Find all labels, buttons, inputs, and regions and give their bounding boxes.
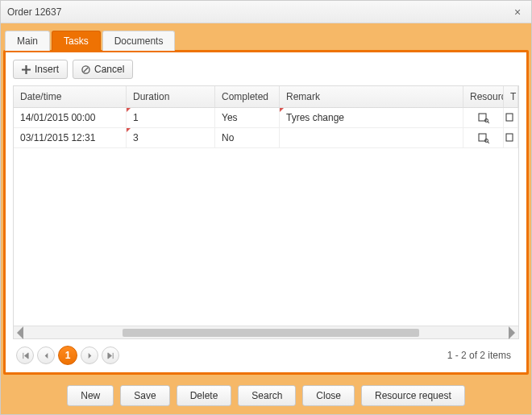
pager-info: 1 - 2 of 2 items (447, 350, 516, 361)
cell-datetime[interactable]: 03/11/2015 12:31 (14, 128, 127, 147)
svg-line-1 (84, 67, 89, 72)
pager-prev-button[interactable] (37, 347, 55, 364)
cell-duration[interactable]: 3 (127, 128, 215, 147)
col-duration[interactable]: Duration (127, 86, 215, 107)
insert-button-label: Insert (35, 64, 59, 75)
resources-lookup-icon[interactable] (477, 132, 490, 143)
pager: 1 1 - 2 of 2 items (13, 339, 519, 365)
tabstrip: Main Tasks Documents (1, 23, 531, 50)
tab-documents[interactable]: Documents (102, 31, 176, 51)
window-title: Order 12637 (7, 6, 510, 18)
svg-line-8 (488, 142, 489, 143)
table-row[interactable]: 14/01/2015 00:00 1 Yes Tyres change (14, 108, 518, 128)
delete-button[interactable]: Delete (177, 385, 232, 406)
cell-remark[interactable]: Tyres change (280, 108, 463, 127)
cell-completed[interactable]: Yes (215, 108, 280, 127)
scroll-thumb[interactable] (123, 329, 419, 337)
cell-completed[interactable]: No (215, 128, 280, 147)
close-button[interactable]: Close (302, 385, 355, 406)
close-icon[interactable]: × (510, 5, 525, 19)
horizontal-scrollbar[interactable] (14, 326, 518, 338)
col-remark[interactable]: Remark (280, 86, 463, 107)
titlebar: Order 12637 × (1, 1, 531, 23)
cancel-button-label: Cancel (94, 64, 124, 75)
svg-rect-9 (506, 134, 513, 141)
table-row[interactable]: 03/11/2015 12:31 3 No (14, 128, 518, 148)
cell-remark[interactable] (280, 128, 463, 147)
grid-header: Date/time Duration Completed Remark Reso… (14, 86, 518, 108)
svg-rect-5 (506, 114, 513, 121)
col-resources[interactable]: Resources (463, 86, 504, 107)
grid-toolbar: Insert Cancel (13, 60, 519, 79)
pager-last-button[interactable] (102, 347, 119, 364)
tasks-panel: Insert Cancel Date/time Duration Complet… (3, 50, 529, 375)
col-tail[interactable]: T (504, 86, 518, 107)
tail-lookup-icon[interactable] (505, 112, 517, 123)
cell-resources (463, 108, 504, 127)
tab-main[interactable]: Main (5, 31, 50, 51)
content-frame: Main Tasks Documents Insert Cancel Date/… (1, 23, 531, 414)
scroll-left-icon[interactable] (14, 327, 27, 338)
tasks-grid: Date/time Duration Completed Remark Reso… (13, 85, 519, 339)
tab-tasks[interactable]: Tasks (52, 31, 101, 51)
cell-resources (463, 128, 504, 147)
cell-tail (504, 128, 518, 147)
cell-duration[interactable]: 1 (127, 108, 215, 127)
pager-page-1[interactable]: 1 (58, 346, 77, 365)
plus-icon (22, 65, 31, 74)
resource-request-button[interactable]: Resource request (361, 385, 465, 406)
cell-datetime[interactable]: 14/01/2015 00:00 (14, 108, 127, 127)
order-window: Order 12637 × Main Tasks Documents Inser… (0, 0, 532, 415)
pager-next-button[interactable] (81, 347, 98, 364)
col-completed[interactable]: Completed (215, 86, 280, 107)
pager-first-button[interactable] (16, 347, 34, 364)
cancel-button[interactable]: Cancel (73, 60, 133, 79)
insert-button[interactable]: Insert (13, 60, 68, 79)
save-button[interactable]: Save (120, 385, 169, 406)
tail-lookup-icon[interactable] (505, 132, 517, 143)
scroll-right-icon[interactable] (505, 327, 518, 338)
grid-body: 14/01/2015 00:00 1 Yes Tyres change (14, 108, 518, 326)
cancel-icon (81, 65, 90, 74)
search-button[interactable]: Search (238, 385, 296, 406)
footer-buttons: New Save Delete Search Close Resource re… (1, 377, 531, 414)
svg-line-4 (488, 122, 489, 123)
col-datetime[interactable]: Date/time (14, 86, 127, 107)
new-button[interactable]: New (67, 385, 114, 406)
scroll-track[interactable] (27, 328, 505, 338)
resources-lookup-icon[interactable] (477, 112, 490, 123)
cell-tail (504, 108, 518, 127)
